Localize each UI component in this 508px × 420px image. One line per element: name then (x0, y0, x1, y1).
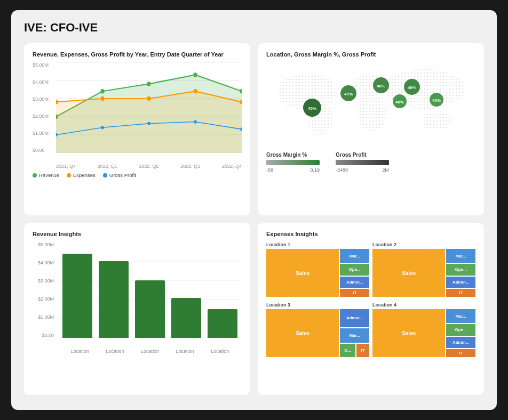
treemap-sales-2: Sales (372, 249, 445, 297)
treemap-cell-1: Sales Mar... Ope... Admin... IT (266, 249, 369, 297)
expenses-dot (67, 173, 71, 177)
world-map: 40% 40% 40% 40% 40% (266, 62, 475, 148)
legend-gross-profit: Gross Profit (103, 172, 136, 178)
treemap-card: Expenses Insights Location 1 Sales Mar..… (258, 223, 484, 395)
map-chart-title: Location, Gross Margin %, Gross Profit (266, 51, 475, 58)
segment-operations-3: O... (340, 344, 355, 357)
svg-text:40%: 40% (344, 92, 353, 96)
svg-text:40%: 40% (308, 106, 316, 111)
map-area: 40% 40% 40% 40% 40% (266, 62, 475, 169)
treemap-cell-4: Sales Mar... Ope... Admin... IT (372, 309, 475, 357)
treemap-segments-2: Mar... Ope... Admin... IT (446, 249, 475, 297)
legend-expenses: Expenses (67, 172, 96, 178)
treemap-title: Expenses Insights (266, 230, 475, 238)
svg-point-13 (193, 89, 197, 94)
line-chart-title: Revenue, Expenses, Gross Profit by Year,… (33, 51, 242, 58)
segment-it-4: IT (446, 349, 475, 357)
bar-1 (62, 254, 92, 338)
segment-it-1: IT (340, 289, 369, 297)
segment-admin-2: Admin... (446, 277, 475, 288)
segment-marketing-2: Mar... (446, 249, 475, 263)
gross-margin-legend: Gross Margin % -56 0,19 (266, 152, 320, 173)
segment-it-3: IT (356, 344, 369, 357)
svg-text:40%: 40% (432, 98, 441, 103)
svg-point-7 (147, 82, 150, 86)
bar-x-labels: Location Location Location Location Loca… (58, 339, 242, 354)
treemap-location-3: Location 3 Sales Admin... Mar... O... IT (266, 302, 369, 359)
bar-5 (208, 309, 237, 338)
svg-point-11 (100, 96, 104, 101)
segment-marketing-4: Mar... (446, 309, 475, 323)
bar-y-labels: $5.00M $4.00M $3.00M $2.00M $1.00M $0.00 (33, 242, 56, 338)
continent-australia (423, 111, 453, 131)
treemap-location-1: Location 1 Sales Mar... Ope... Admin... … (266, 242, 369, 299)
treemap-cell-2: Sales Mar... Ope... Admin... IT (372, 249, 475, 297)
segment-operations-2: Ope... (446, 264, 475, 276)
map-chart-card: Location, Gross Margin %, Gross Profit (258, 43, 484, 215)
segment-admin-4: Admin... (446, 337, 475, 349)
gross-profit-bar (336, 160, 389, 165)
treemap-location-4: Location 4 Sales Mar... Ope... Admin... … (372, 302, 475, 359)
segment-operations-1: Ope... (340, 264, 369, 276)
treemap-sales-3: Sales (266, 309, 339, 357)
charts-grid: Revenue, Expenses, Gross Profit by Year,… (24, 43, 484, 395)
map-legend: Gross Margin % -56 0,19 Gross Profit -34… (266, 152, 475, 173)
bar-2 (99, 261, 129, 338)
treemap-sales-4: Sales (372, 309, 445, 357)
treemap-cell-3: Sales Admin... Mar... O... IT (266, 309, 369, 357)
gross-margin-bar (266, 160, 320, 165)
bar-chart-card: Revenue Insights $5.00M $4.00M $3.00M $2… (24, 223, 250, 395)
chart-legend: Revenue Expenses Gross Profit (33, 172, 242, 178)
svg-text:40%: 40% (395, 100, 404, 104)
bar-chart-title: Revenue Insights (33, 230, 242, 238)
svg-point-18 (194, 120, 196, 124)
svg-point-16 (101, 126, 104, 129)
svg-point-8 (193, 72, 197, 77)
treemap-grid: Location 1 Sales Mar... Ope... Admin... … (266, 242, 475, 359)
bar-chart-area: $5.00M $4.00M $3.00M $2.00M $1.00M $0.00 (33, 242, 242, 354)
y-axis-labels: $5.00M $4.00M $3.00M $2.00M $1.00M $0.00 (33, 62, 54, 153)
dashboard: IVE: CFO-IVE Revenue, Expenses, Gross Pr… (11, 10, 497, 410)
treemap-segments-3: Admin... Mar... O... IT (340, 309, 369, 357)
gross-profit-legend: Gross Profit -348K 2M (336, 152, 389, 173)
revenue-dot (33, 173, 37, 177)
continent-africa (357, 94, 387, 132)
line-chart-area: $5.00M $4.00M $3.00M $2.00M $1.00M $0.00 (33, 62, 242, 169)
svg-text:40%: 40% (377, 84, 385, 88)
segment-admin-3: Admin... (340, 309, 369, 327)
segment-operations-4: Ope... (446, 324, 475, 336)
legend-revenue: Revenue (33, 172, 59, 178)
bar-3 (135, 280, 165, 338)
bar-plot (58, 242, 242, 338)
treemap-segments-1: Mar... Ope... Admin... IT (340, 249, 369, 297)
page-title: IVE: CFO-IVE (24, 21, 484, 35)
gross-profit-dot (103, 173, 107, 177)
treemap-segments-4: Mar... Ope... Admin... IT (446, 309, 475, 357)
bar-4 (171, 298, 201, 338)
world-map-svg: 40% 40% 40% 40% 40% (266, 62, 475, 145)
segment-admin-1: Admin... (340, 277, 369, 288)
treemap-sales-1: Sales (266, 249, 339, 297)
segment-marketing-3: Mar... (340, 328, 369, 343)
svg-point-17 (147, 122, 150, 125)
chart-plot (56, 62, 242, 153)
x-axis-labels: 2021, Q4 2022, Q1 2022, Q2 2022, Q3 2022… (56, 154, 242, 169)
svg-point-12 (147, 96, 150, 101)
segment-it-2: IT (446, 289, 475, 297)
line-chart-svg (56, 62, 242, 153)
treemap-location-2: Location 2 Sales Mar... Ope... Admin... … (372, 242, 475, 299)
segment-marketing-1: Mar... (340, 249, 369, 263)
svg-point-6 (100, 89, 104, 94)
svg-text:40%: 40% (408, 85, 416, 90)
line-chart-card: Revenue, Expenses, Gross Profit by Year,… (24, 43, 250, 215)
